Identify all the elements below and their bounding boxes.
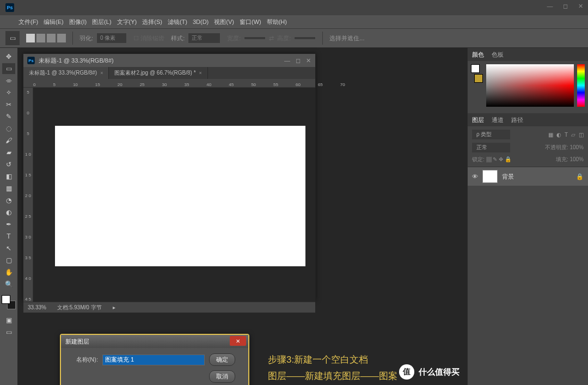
height-label: 高度: xyxy=(277,34,291,42)
channels-tab[interactable]: 通道 xyxy=(492,116,504,124)
fill-value[interactable]: 100% xyxy=(569,156,584,162)
menu-3d[interactable]: 3D(D) xyxy=(191,17,211,27)
menu-view[interactable]: 视图(V) xyxy=(212,16,236,28)
path-tool[interactable]: ↖ xyxy=(2,243,15,254)
selection-mode-icons xyxy=(26,34,66,42)
arrow-icon[interactable]: ▸ xyxy=(113,304,115,310)
tab-close-icon[interactable]: × xyxy=(100,70,103,76)
doc-tab-2[interactable]: 图案素材2.jpg @ 66.7%(RGB/8) * × xyxy=(109,67,207,79)
doc-close-button[interactable]: ✕ xyxy=(306,57,311,64)
visibility-icon[interactable]: 👁 xyxy=(472,173,478,180)
dialog-close-button[interactable]: ✕ xyxy=(230,336,246,346)
current-tool-icon[interactable]: ▭ xyxy=(5,31,20,45)
panel-bg-swatch[interactable] xyxy=(474,74,483,83)
lasso-tool[interactable]: ⌯ xyxy=(2,75,15,86)
canvas-area[interactable] xyxy=(33,88,315,302)
cancel-button[interactable]: 取消 xyxy=(209,370,235,383)
filter-smart-icon[interactable]: ◫ xyxy=(579,132,584,138)
menu-type[interactable]: 文字(Y) xyxy=(115,16,139,28)
menu-edit[interactable]: 编辑(E) xyxy=(41,16,66,28)
layer-name[interactable]: 背景 xyxy=(502,173,514,181)
menu-layer[interactable]: 图层(L) xyxy=(90,16,113,28)
hand-tool[interactable]: ✋ xyxy=(2,267,15,278)
eraser-tool[interactable]: ◧ xyxy=(2,171,15,182)
kind-filter[interactable]: ρ 类型 xyxy=(472,130,510,139)
swatches-tab[interactable]: 色板 xyxy=(492,51,504,59)
ok-button[interactable]: 确定 xyxy=(209,353,235,366)
color-tab[interactable]: 颜色 xyxy=(472,51,484,59)
brush-tool[interactable]: 🖌 xyxy=(2,135,15,146)
name-input[interactable] xyxy=(102,355,205,365)
doc-info[interactable]: 文档:5.93M/0 字节 xyxy=(57,304,102,311)
menu-select[interactable]: 选择(S) xyxy=(140,16,164,28)
sel-new-icon[interactable] xyxy=(26,34,35,42)
filter-type-icon[interactable]: T xyxy=(565,132,568,138)
paths-tab[interactable]: 路径 xyxy=(511,116,523,124)
panel-fg-swatch[interactable] xyxy=(471,64,480,73)
menu-file[interactable]: 文件(F) xyxy=(16,16,40,28)
zoom-level[interactable]: 33.33% xyxy=(28,304,46,310)
ruler-horizontal: 0510152025303540455055606570 xyxy=(23,79,315,88)
eyedropper-tool[interactable]: ✎ xyxy=(2,111,15,122)
move-tool[interactable]: ✥ xyxy=(2,51,15,62)
canvas[interactable] xyxy=(55,126,305,266)
hue-slider[interactable] xyxy=(577,64,585,107)
screenmode-tool[interactable]: ▭ xyxy=(2,327,15,338)
magic-wand-tool[interactable]: ✧ xyxy=(2,87,15,98)
window-controls: — ◻ ✕ xyxy=(542,0,588,15)
zoom-tool[interactable]: 🔍 xyxy=(2,279,15,290)
refine-edge-button[interactable]: 选择并遮住... xyxy=(329,34,364,42)
layer-opacity-value[interactable]: 100% xyxy=(569,144,584,150)
lock-icons[interactable]: ▦ ✎ ✥ 🔒 xyxy=(486,156,511,162)
blend-mode-select[interactable]: 正常 xyxy=(472,143,510,152)
sel-intersect-icon[interactable] xyxy=(57,34,66,42)
panel-color-swatches[interactable] xyxy=(471,64,483,83)
color-picker[interactable] xyxy=(486,64,574,107)
sel-sub-icon[interactable] xyxy=(47,34,56,42)
dodge-tool[interactable]: ◐ xyxy=(2,207,15,218)
layer-list: 👁 背景 🔒 xyxy=(468,167,588,385)
minimize-button[interactable]: — xyxy=(542,0,558,12)
quickmask-tool[interactable]: ▣ xyxy=(2,315,15,326)
antialias-checkbox[interactable]: ☐ 消除锯齿 xyxy=(133,34,164,42)
style-label: 样式: xyxy=(171,34,185,42)
close-button[interactable]: ✕ xyxy=(573,0,588,12)
filter-adjust-icon[interactable]: ◐ xyxy=(556,132,561,138)
gradient-tool[interactable]: ▦ xyxy=(2,183,15,194)
doc-min-button[interactable]: — xyxy=(284,57,290,64)
menu-image[interactable]: 图像(I) xyxy=(67,16,89,28)
filter-shape-icon[interactable]: ▱ xyxy=(571,132,575,138)
menu-window[interactable]: 窗口(W) xyxy=(237,16,264,28)
name-label: 名称(N): xyxy=(68,356,98,364)
fg-color-swatch[interactable] xyxy=(2,295,10,304)
doc-tabs: 未标题-1 @ 33.3%(RGB/8#) × 图案素材2.jpg @ 66.7… xyxy=(23,67,315,79)
heal-tool[interactable]: ◌ xyxy=(2,123,15,134)
menu-filter[interactable]: 滤镜(T) xyxy=(166,16,189,28)
sel-add-icon[interactable] xyxy=(36,34,45,42)
watermark-text: 什么值得买 xyxy=(419,367,460,377)
tab-close-icon[interactable]: × xyxy=(199,70,202,76)
doc-max-button[interactable]: ◻ xyxy=(296,57,301,64)
menu-help[interactable]: 帮助(H) xyxy=(265,16,289,28)
color-swatches[interactable] xyxy=(2,295,16,309)
blur-tool[interactable]: ◔ xyxy=(2,195,15,206)
type-tool[interactable]: T xyxy=(2,231,15,242)
dialog-titlebar[interactable]: 新建图层 ✕ xyxy=(61,335,248,348)
stamp-tool[interactable]: ▰ xyxy=(2,147,15,158)
document-window: Ps 未标题-1 @ 33.3%(RGB/8#) — ◻ ✕ 未标题-1 @ 3… xyxy=(23,53,316,301)
doc-titlebar[interactable]: Ps 未标题-1 @ 33.3%(RGB/8#) — ◻ ✕ xyxy=(23,54,315,67)
workspace: Ps 未标题-1 @ 33.3%(RGB/8#) — ◻ ✕ 未标题-1 @ 3… xyxy=(17,48,467,385)
feather-input[interactable]: 0 像素 xyxy=(96,33,127,44)
shape-tool[interactable]: ▢ xyxy=(2,255,15,266)
style-select[interactable]: 正常 xyxy=(188,33,220,44)
history-brush-tool[interactable]: ↺ xyxy=(2,159,15,170)
filter-image-icon[interactable]: ▦ xyxy=(548,132,553,138)
pen-tool[interactable]: ✒ xyxy=(2,219,15,230)
marquee-tool[interactable]: ▭ xyxy=(2,63,15,74)
crop-tool[interactable]: ✂ xyxy=(2,99,15,110)
doc-tab-1[interactable]: 未标题-1 @ 33.3%(RGB/8#) × xyxy=(23,67,109,79)
maximize-button[interactable]: ◻ xyxy=(558,0,573,12)
layer-row[interactable]: 👁 背景 🔒 xyxy=(468,167,588,186)
layer-thumbnail[interactable] xyxy=(482,170,498,183)
layers-tab[interactable]: 图层 xyxy=(472,116,484,124)
